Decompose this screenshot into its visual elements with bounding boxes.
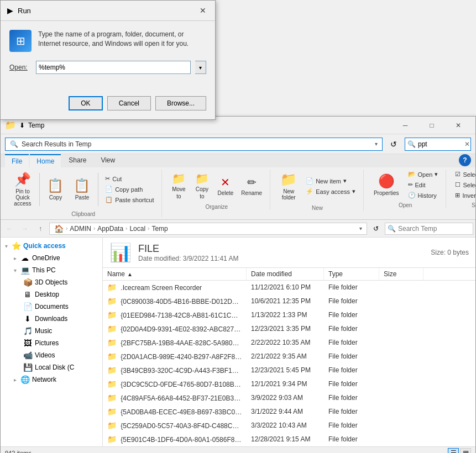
search-breadcrumb[interactable]: 🔍 Search Results in Temp ▾ bbox=[5, 138, 383, 151]
run-close-button[interactable]: ✕ bbox=[197, 5, 208, 16]
tab-file[interactable]: File bbox=[5, 154, 29, 167]
run-title-text: Run bbox=[18, 7, 31, 15]
col-header-type[interactable]: Type bbox=[324, 268, 379, 280]
run-browse-button[interactable]: Browse... bbox=[155, 96, 206, 110]
refresh-button-top[interactable]: ↺ bbox=[387, 138, 400, 151]
status-view-buttons: ☰ ▦ bbox=[448, 448, 471, 454]
address-admin[interactable]: ADMIN bbox=[70, 225, 91, 233]
sidebar-item-this-pc[interactable]: ▾ 💻 This PC bbox=[1, 264, 102, 276]
paste-button[interactable]: 📋 Paste bbox=[69, 176, 95, 203]
select-none-button[interactable]: ☐ Select none bbox=[452, 180, 476, 189]
table-row[interactable]: 📁 {3B49CB93-320C-4C9D-A443-F3BF113056...… bbox=[103, 364, 475, 377]
copy-path-button[interactable]: 📄 Copy path bbox=[102, 185, 157, 194]
cut-button[interactable]: ✂ Cut bbox=[102, 174, 157, 183]
videos-label: Videos bbox=[35, 351, 55, 359]
table-row[interactable]: 📁 .Icecream Screen Recorder 11/12/2021 6… bbox=[103, 281, 475, 294]
paste-shortcut-button[interactable]: 📋 Paste shortcut bbox=[102, 195, 157, 204]
up-button[interactable]: ↑ bbox=[34, 222, 47, 235]
table-row[interactable]: 📁 {01EED984-7138-42C8-AB81-61C1CCA51... … bbox=[103, 308, 475, 322]
table-row[interactable]: 📁 {4C89AF5A-66A8-4452-BF37-21E0B35225...… bbox=[103, 391, 475, 405]
address-bar[interactable]: 🏠 › ADMIN › AppData › Local › Temp ▾ bbox=[49, 223, 367, 235]
rename-button[interactable]: ✏ Rename bbox=[238, 173, 265, 198]
file-date-cell: 12/23/2021 3:35 PM bbox=[247, 324, 324, 334]
breadcrumb-dropdown[interactable]: ▾ bbox=[375, 141, 378, 147]
invert-selection-button[interactable]: ⊞ Invert selection bbox=[452, 191, 476, 200]
sep-3: › bbox=[125, 225, 127, 231]
address-appdata[interactable]: AppData bbox=[97, 225, 123, 233]
table-row[interactable]: 📁 {2BFC75BA-19B8-4AAE-828C-5A9800EF7... … bbox=[103, 336, 475, 350]
nav-refresh-button[interactable]: ↺ bbox=[369, 222, 383, 235]
sidebar-item-pictures[interactable]: 🖼 Pictures bbox=[1, 337, 102, 349]
nav-search-input[interactable] bbox=[398, 225, 464, 233]
table-row[interactable]: 📁 {5AD0BA4B-ECEC-49E8-B697-83BC0B6F6... … bbox=[103, 405, 475, 419]
address-temp[interactable]: Temp bbox=[151, 225, 168, 233]
copy-to-button[interactable]: 📁 Copy to bbox=[191, 170, 213, 202]
paste-icon: 📋 bbox=[74, 178, 90, 193]
minimize-button[interactable]: ─ bbox=[393, 117, 418, 134]
address-local[interactable]: Local bbox=[129, 225, 145, 233]
table-row[interactable]: 📁 {02D0A4D9-9391-4E02-8392-ABC827F2DF...… bbox=[103, 322, 475, 336]
view-tiles-button[interactable]: ▦ bbox=[460, 448, 471, 454]
invert-label: Invert selection bbox=[462, 192, 476, 199]
properties-button[interactable]: 🔴 Properties bbox=[369, 171, 404, 198]
tab-home[interactable]: Home bbox=[30, 154, 61, 167]
col-header-date[interactable]: Date modified bbox=[247, 268, 324, 280]
maximize-button[interactable]: □ bbox=[419, 117, 444, 134]
table-row[interactable]: 📁 {5C259AD0-5C57-40A3-8F4D-C488CFBF7... … bbox=[103, 419, 475, 433]
sidebar-item-3d-objects[interactable]: 📦 3D Objects bbox=[1, 276, 102, 288]
open-button[interactable]: 📂 Open ▾ bbox=[405, 170, 442, 179]
forward-button[interactable]: → bbox=[18, 222, 32, 235]
copy-button[interactable]: 📋 Copy bbox=[43, 176, 68, 203]
pin-quick-access-button[interactable]: 📌 Pin to Quick access bbox=[9, 170, 36, 209]
delete-button[interactable]: ✕ Delete bbox=[214, 173, 237, 198]
chevron-icon: ▾ bbox=[14, 267, 17, 273]
folder-icon: 📁 bbox=[107, 407, 117, 416]
run-dropdown-button[interactable]: ▾ bbox=[195, 61, 206, 74]
copy-to-label2: to bbox=[200, 193, 204, 199]
file-size-cell bbox=[379, 410, 423, 413]
table-row[interactable]: 📁 {5E901C4B-1DF6-4D0A-80A1-0586F89864...… bbox=[103, 433, 475, 446]
tab-view[interactable]: View bbox=[94, 154, 122, 167]
file-date-cell: 11/12/2021 6:10 PM bbox=[247, 282, 324, 292]
sidebar-item-documents[interactable]: 📄 Documents bbox=[1, 301, 102, 313]
network-icon: 🌐 bbox=[20, 375, 30, 384]
new-folder-button[interactable]: 📁 Newfolder bbox=[276, 170, 301, 203]
search-input[interactable] bbox=[418, 140, 462, 148]
new-item-label: New item bbox=[316, 178, 341, 185]
run-cancel-button[interactable]: Cancel bbox=[107, 96, 151, 110]
address-dropdown-button[interactable]: ▾ bbox=[359, 225, 362, 231]
sidebar-item-local-disk[interactable]: 💾 Local Disk (C bbox=[1, 361, 102, 373]
sidebar-item-quick-access[interactable]: ▾ ⭐ Quick access bbox=[1, 240, 102, 252]
sidebar-item-network[interactable]: ▸ 🌐 Network bbox=[1, 373, 102, 386]
history-button[interactable]: 🕐 History bbox=[405, 191, 442, 200]
easy-access-button[interactable]: ⚡ Easy access ▾ bbox=[302, 187, 359, 196]
sidebar-item-videos[interactable]: 📹 Videos bbox=[1, 349, 102, 361]
view-details-button[interactable]: ☰ bbox=[448, 448, 459, 454]
move-to-button[interactable]: 📁 Move to bbox=[168, 170, 190, 202]
run-input-field[interactable] bbox=[36, 61, 191, 74]
edit-button[interactable]: ✏ Edit bbox=[405, 180, 442, 189]
tab-share[interactable]: Share bbox=[62, 154, 93, 167]
size-label: Size: bbox=[431, 249, 447, 256]
table-row[interactable]: 📁 {0C890038-40D5-4B16-BBBE-D012DD093... … bbox=[103, 294, 475, 308]
table-row[interactable]: 📁 {2D0A1ACB-989E-4240-B297-A8F2F817B9...… bbox=[103, 350, 475, 364]
sidebar-item-desktop[interactable]: 🖥 Desktop bbox=[1, 288, 102, 301]
col-header-name[interactable]: Name ▲ bbox=[103, 268, 247, 280]
sidebar-item-music[interactable]: 🎵 Music bbox=[1, 325, 102, 337]
run-ok-button[interactable]: OK bbox=[69, 96, 102, 110]
help-button[interactable]: ? bbox=[459, 154, 471, 166]
select-all-button[interactable]: ☑ Select all bbox=[452, 170, 476, 179]
close-button[interactable]: ✕ bbox=[446, 117, 471, 134]
search-clear-button[interactable]: ✕ bbox=[462, 140, 472, 148]
col-header-size[interactable]: Size bbox=[379, 268, 423, 280]
move-label2: to bbox=[176, 193, 181, 199]
nav-bar: ← → ↑ 🏠 › ADMIN › AppData › Local › Temp… bbox=[1, 220, 475, 238]
file-name-text: {3DC9C5CD-0FDE-4765-80D7-B108B3084... bbox=[121, 381, 247, 388]
back-button[interactable]: ← bbox=[3, 222, 16, 235]
sidebar-item-onedrive[interactable]: ▸ ☁ OneDrive bbox=[1, 252, 102, 264]
new-item-button[interactable]: 📄 New item ▾ bbox=[302, 176, 359, 186]
file-size-cell bbox=[379, 355, 423, 357]
file-name-cell: 📁 {0C890038-40D5-4B16-BBBE-D012DD093... bbox=[103, 296, 247, 307]
table-row[interactable]: 📁 {3DC9C5CD-0FDE-4765-80D7-B108B3084... … bbox=[103, 377, 475, 391]
sidebar-item-downloads[interactable]: ⬇ Downloads bbox=[1, 313, 102, 325]
